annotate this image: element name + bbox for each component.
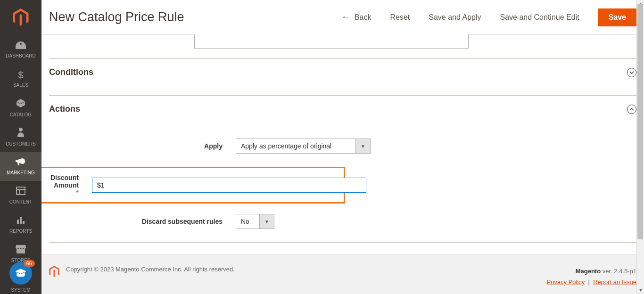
save-button[interactable]: Save (598, 8, 636, 26)
discount-amount-input[interactable] (92, 178, 366, 193)
header-actions: ← Back Reset Save and Apply Save and Con… (341, 8, 636, 26)
svg-rect-6 (23, 221, 25, 224)
copyright-text: Copyright © 2023 Magento Commerce Inc. A… (66, 266, 546, 273)
magento-logo[interactable] (0, 0, 41, 35)
caret-down-icon: ▼ (355, 139, 370, 153)
chevron-down-icon (627, 68, 636, 77)
save-continue-button[interactable]: Save and Continue Edit (500, 13, 579, 22)
section-title: Actions (49, 104, 80, 114)
footer-right: Magento ver. 2.4.5-p1 Privacy Policy | R… (546, 266, 636, 288)
discount-label-text: Discount Amount (50, 174, 79, 189)
partial-multiselect[interactable] (194, 34, 469, 49)
sidebar-label: SALES (13, 82, 28, 88)
layout-icon (16, 187, 25, 197)
version-text: ver. 2.4.5-p1 (601, 268, 636, 275)
storefront-icon (16, 245, 26, 256)
person-icon (17, 128, 24, 139)
megaphone-icon (16, 157, 26, 168)
sidebar-label: SYSTEM (11, 287, 30, 293)
back-button[interactable]: ← Back (341, 12, 372, 22)
scroll-down-icon[interactable]: ▼ (637, 286, 644, 294)
divider (49, 242, 636, 243)
report-issue-link[interactable]: Report an Issue (593, 278, 636, 286)
arrow-left-icon: ← (341, 12, 350, 22)
gauge-icon (16, 41, 26, 51)
reset-button[interactable]: Reset (390, 13, 410, 22)
main-content: New Catalog Price Rule ← Back Reset Save… (41, 0, 644, 294)
apply-select[interactable]: Apply as percentage of original ▼ (236, 139, 371, 154)
page-title: New Catalog Price Rule (49, 10, 341, 24)
sidebar-item-customers[interactable]: CUSTOMERS (0, 122, 41, 152)
sidebar-item-content[interactable]: CONTENT (0, 181, 41, 210)
help-bubble[interactable]: 66 (9, 262, 32, 285)
section-conditions-header[interactable]: Conditions (49, 59, 636, 86)
apply-select-value: Apply as percentage of original (236, 139, 355, 153)
page-footer: Copyright © 2023 Magento Commerce Inc. A… (41, 254, 644, 294)
discard-label: Discard subsequent rules (49, 218, 236, 225)
sidebar-label: DASHBOARD (6, 53, 35, 58)
form-row-apply: Apply Apply as percentage of original ▼ (49, 139, 636, 154)
back-label: Back (355, 13, 372, 22)
admin-sidebar: DASHBOARD $ SALES CATALOG CUSTOMERS MARK… (0, 0, 41, 294)
scrollbar-thumb[interactable] (637, 4, 643, 239)
svg-rect-4 (17, 220, 19, 224)
svg-rect-5 (20, 217, 22, 224)
sidebar-item-marketing[interactable]: MARKETING (0, 152, 41, 181)
page-header: New Catalog Price Rule ← Back Reset Save… (41, 0, 644, 35)
form-row-discount: Discount Amount * (49, 167, 636, 204)
required-asterisk: * (76, 189, 78, 196)
apply-label: Apply (49, 142, 236, 150)
separator: | (586, 278, 593, 286)
product-name: Magento (576, 268, 601, 275)
magento-footer-logo-icon (49, 266, 59, 279)
chevron-up-icon (627, 105, 636, 114)
discount-label: Discount Amount * (50, 174, 92, 196)
section-title: Conditions (49, 67, 93, 77)
highlight-box: Discount Amount * (41, 167, 345, 204)
form-row-discard: Discard subsequent rules No ▼ (49, 214, 636, 229)
sidebar-label: CATALOG (10, 112, 32, 117)
graduation-cap-icon (15, 267, 27, 279)
svg-point-0 (19, 128, 23, 131)
privacy-policy-link[interactable]: Privacy Policy (546, 278, 585, 286)
sidebar-label: CONTENT (9, 199, 32, 204)
dollar-icon: $ (18, 70, 23, 81)
vertical-scrollbar[interactable]: ▲ ▼ (636, 0, 644, 294)
discard-select[interactable]: No ▼ (236, 214, 274, 229)
magento-logo-icon (13, 8, 29, 26)
notification-badge: 66 (24, 260, 35, 267)
sidebar-label: REPORTS (9, 229, 32, 234)
sidebar-item-reports[interactable]: REPORTS (0, 210, 41, 239)
save-apply-button[interactable]: Save and Apply (429, 13, 481, 22)
caret-down-icon: ▼ (259, 214, 274, 229)
sidebar-item-dashboard[interactable]: DASHBOARD (0, 35, 41, 64)
sidebar-label: CUSTOMERS (6, 141, 36, 147)
bars-icon (16, 216, 25, 227)
sidebar-item-sales[interactable]: $ SALES (0, 64, 41, 93)
section-actions-header[interactable]: Actions (49, 96, 636, 122)
sidebar-item-catalog[interactable]: CATALOG (0, 93, 41, 122)
content-area: Conditions Actions Apply Apply as percen… (41, 35, 644, 243)
svg-rect-1 (17, 187, 25, 195)
sidebar-label: MARKETING (7, 170, 34, 175)
box-icon (16, 98, 25, 110)
discard-select-value: No (236, 214, 259, 229)
